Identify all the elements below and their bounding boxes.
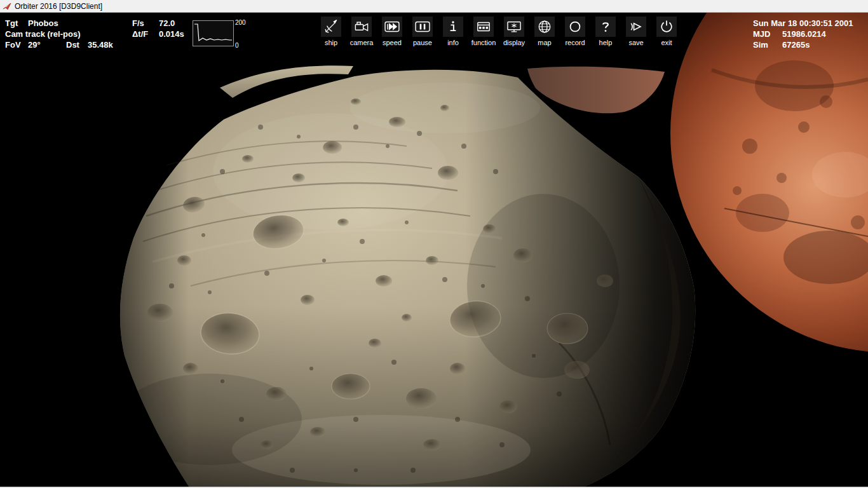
toolbar-button-ship[interactable]: ship bbox=[320, 17, 342, 46]
hud-framerate-block: F/s72.0 Δt/F0.014s bbox=[132, 18, 184, 39]
orbiter-window: Orbiter 2016 [D3D9Client] bbox=[0, 0, 868, 488]
title-bar[interactable]: Orbiter 2016 [D3D9Client] bbox=[0, 0, 868, 13]
date-line: Sun Mar 18 00:30:51 2001 bbox=[753, 18, 853, 29]
info-icon bbox=[443, 17, 463, 37]
display-icon bbox=[504, 17, 524, 37]
space-scene bbox=[0, 13, 868, 487]
toolbar-label-pause: pause bbox=[413, 39, 432, 46]
distance-label: Dst bbox=[66, 39, 88, 50]
toolbar-label-function: function bbox=[471, 39, 496, 46]
ship-icon bbox=[321, 17, 341, 37]
toolbar-button-speed[interactable]: speed bbox=[381, 17, 403, 46]
toolbar-button-exit[interactable]: exit bbox=[656, 17, 677, 46]
toolbar-button-save[interactable]: save bbox=[625, 17, 647, 46]
fov-label: FoV bbox=[5, 39, 28, 50]
toolbar-label-record: record bbox=[565, 39, 585, 46]
camera-icon bbox=[351, 17, 372, 37]
hud-clock-block: Sun Mar 18 00:30:51 2001 MJD51986.0214 S… bbox=[753, 18, 853, 50]
app-icon bbox=[3, 2, 11, 11]
toolbar-label-info: info bbox=[447, 39, 459, 46]
hud-left-block: TgtPhobos Cam track (rel-pos) FoV29°Dst3… bbox=[5, 18, 113, 50]
toolbar-button-pause[interactable]: pause bbox=[412, 17, 433, 46]
graph-max-label: 200 bbox=[235, 19, 246, 26]
fps-line: F/s72.0 bbox=[132, 18, 184, 29]
dtf-label: Δt/F bbox=[132, 29, 159, 39]
toolbar-button-info[interactable]: info bbox=[442, 17, 464, 46]
toolbar-label-ship: ship bbox=[325, 39, 337, 46]
sim-label: Sim bbox=[753, 39, 782, 50]
sim-value: 67265s bbox=[782, 40, 810, 50]
map-icon bbox=[534, 17, 555, 37]
graph-min-label: 0 bbox=[235, 42, 239, 49]
target-label: Tgt bbox=[5, 18, 28, 29]
framerate-graph: 200 0 bbox=[193, 19, 251, 50]
mjd-label: MJD bbox=[753, 29, 782, 39]
toolbar-button-help[interactable]: help bbox=[595, 17, 616, 46]
toolbar: ship camera bbox=[320, 17, 677, 46]
toolbar-button-record[interactable]: record bbox=[564, 17, 586, 46]
fov-value: 29° bbox=[28, 39, 66, 50]
pause-icon bbox=[412, 17, 433, 37]
target-value: Phobos bbox=[28, 18, 58, 28]
toolbar-button-display[interactable]: display bbox=[503, 17, 525, 46]
toolbar-button-function[interactable]: function bbox=[473, 17, 494, 46]
hud-target-line: TgtPhobos bbox=[5, 18, 113, 29]
speed-icon bbox=[382, 17, 402, 37]
toolbar-label-help: help bbox=[599, 39, 613, 46]
toolbar-label-save: save bbox=[628, 39, 643, 46]
help-icon bbox=[595, 17, 616, 37]
hud-camera-line: Cam track (rel-pos) bbox=[5, 29, 113, 39]
toolbar-label-map: map bbox=[538, 39, 551, 46]
window-title: Orbiter 2016 [D3D9Client] bbox=[15, 2, 102, 11]
mjd-line: MJD51986.0214 bbox=[753, 29, 853, 39]
toolbar-label-display: display bbox=[503, 39, 525, 46]
framerate-graph-frame bbox=[193, 21, 234, 46]
toolbar-label-speed: speed bbox=[383, 39, 402, 46]
3d-viewport[interactable]: TgtPhobos Cam track (rel-pos) FoV29°Dst3… bbox=[0, 13, 868, 487]
fps-value: 72.0 bbox=[159, 18, 175, 28]
dtf-value: 0.014s bbox=[159, 29, 184, 39]
toolbar-button-camera[interactable]: camera bbox=[351, 17, 372, 46]
record-icon bbox=[565, 17, 585, 37]
distance-value: 35.48k bbox=[88, 40, 113, 50]
mjd-value: 51986.0214 bbox=[782, 29, 826, 39]
dtf-line: Δt/F0.014s bbox=[132, 29, 184, 39]
exit-icon bbox=[656, 17, 677, 37]
toolbar-label-camera: camera bbox=[350, 39, 374, 46]
sim-line: Sim67265s bbox=[753, 39, 853, 50]
toolbar-label-exit: exit bbox=[661, 39, 672, 46]
toolbar-button-map[interactable]: map bbox=[534, 17, 555, 46]
fps-label: F/s bbox=[132, 18, 159, 29]
save-icon bbox=[626, 17, 646, 37]
hud-fov-line: FoV29°Dst35.48k bbox=[5, 39, 113, 50]
function-icon bbox=[473, 17, 494, 37]
